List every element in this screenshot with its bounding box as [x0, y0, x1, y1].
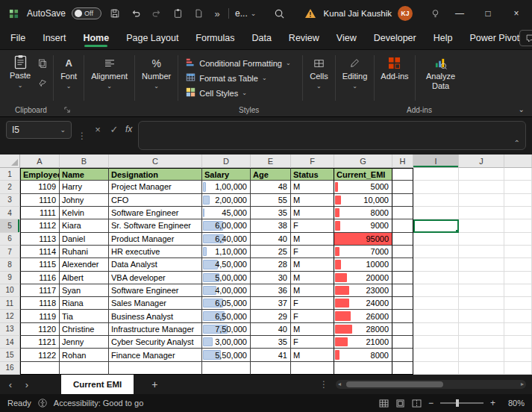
menu-power-pivot[interactable]: Power Pivot [469, 30, 519, 46]
cell-x11[interactable] [504, 297, 532, 310]
column-header-E[interactable]: E [251, 154, 291, 168]
undo-icon[interactable] [128, 6, 143, 21]
cell-F11[interactable]: F [291, 297, 334, 310]
cell-C7[interactable]: HR executive [109, 246, 202, 258]
cell-A3[interactable]: 1110 [20, 194, 60, 207]
expand-formula-bar-icon[interactable]: ⌃ [514, 139, 520, 147]
cell-E15[interactable]: 41 [251, 349, 291, 361]
cell-x9[interactable] [504, 272, 532, 284]
page-layout-view-icon[interactable] [395, 399, 405, 408]
cell-B16[interactable] [60, 362, 109, 375]
cell-x15[interactable] [504, 349, 532, 361]
cell-B3[interactable]: Johny [60, 194, 109, 207]
format-as-table-button[interactable]: Format as Table ⌄ [186, 71, 295, 85]
row-header-12[interactable]: 12 [0, 310, 20, 322]
select-all-corner[interactable] [0, 154, 20, 168]
cell-F12[interactable]: F [291, 310, 334, 322]
row-header-15[interactable]: 15 [0, 349, 20, 361]
cell-E16[interactable] [251, 362, 291, 375]
row-header-13[interactable]: 13 [0, 323, 20, 336]
cell-B14[interactable]: Jenny [60, 336, 109, 349]
menu-home[interactable]: Home [83, 30, 109, 46]
cell-I6[interactable] [413, 233, 459, 246]
accessibility-status[interactable]: Accessibility: Good to go [54, 399, 143, 408]
scroll-left-icon[interactable]: ◂ [338, 381, 341, 387]
cell-x3[interactable] [504, 194, 532, 207]
cell-D2[interactable]: 1,00,000 [202, 181, 251, 193]
cell-D8[interactable]: 4,50,000 [202, 258, 251, 271]
menu-formulas[interactable]: Formulas [195, 30, 234, 46]
font-group-button[interactable]: A Font ⌄ [57, 53, 81, 103]
cell-x14[interactable] [504, 336, 532, 349]
cell-E2[interactable]: 48 [251, 181, 291, 193]
cell-G13[interactable]: 28000 [334, 323, 392, 336]
warning-icon[interactable] [303, 6, 318, 21]
cell-A8[interactable]: 1115 [20, 258, 60, 271]
cell-F8[interactable]: M [291, 258, 334, 271]
cell-C16[interactable] [109, 362, 202, 375]
cell-C1[interactable]: Designation [109, 168, 202, 181]
cell-E3[interactable]: 55 [251, 194, 291, 207]
cell-D16[interactable] [202, 362, 251, 375]
zoom-in-button[interactable]: + [490, 398, 495, 408]
cell-H10[interactable] [392, 284, 413, 297]
column-header-C[interactable]: C [109, 154, 202, 168]
add-sheet-button[interactable]: + [151, 378, 157, 390]
cell-E1[interactable]: Age [251, 168, 291, 181]
column-header-I[interactable]: I [413, 154, 459, 168]
cell-J4[interactable] [459, 207, 504, 219]
cell-B4[interactable]: Kelvin [60, 207, 109, 219]
insert-function-button[interactable]: fx [125, 124, 132, 134]
format-painter-button[interactable] [38, 78, 48, 89]
sheet-nav-left-icon[interactable]: ‹ [6, 379, 15, 390]
cell-H13[interactable] [392, 323, 413, 336]
search-icon[interactable] [272, 6, 287, 21]
menu-file[interactable]: File [10, 30, 25, 46]
cell-D10[interactable]: 4,00,000 [202, 284, 251, 297]
avatar[interactable]: KJ [398, 6, 413, 21]
clipboard-dialog-launcher-icon[interactable] [64, 107, 71, 115]
cell-I3[interactable] [413, 194, 459, 207]
cell-A1[interactable]: Employee [20, 168, 60, 181]
cell-E12[interactable]: 29 [251, 310, 291, 322]
cell-E11[interactable]: 37 [251, 297, 291, 310]
cell-A4[interactable]: 1111 [20, 207, 60, 219]
cell-D4[interactable]: 45,000 [202, 207, 251, 219]
cell-H6[interactable] [392, 233, 413, 246]
cell-J9[interactable] [459, 272, 504, 284]
save-icon[interactable] [107, 6, 122, 21]
cell-E4[interactable]: 35 [251, 207, 291, 219]
cell-D15[interactable]: 5,50,000 [202, 349, 251, 361]
cell-G3[interactable]: 10,000 [334, 194, 392, 207]
cell-E14[interactable]: 35 [251, 336, 291, 349]
cell-B5[interactable]: Kiara [60, 219, 109, 232]
cell-G1[interactable]: Current_EMI [334, 168, 392, 181]
cell-H4[interactable] [392, 207, 413, 219]
cell-H7[interactable] [392, 246, 413, 258]
cell-I14[interactable] [413, 336, 459, 349]
page-break-view-icon[interactable] [412, 399, 422, 408]
cell-H14[interactable] [392, 336, 413, 349]
cell-I4[interactable] [413, 207, 459, 219]
cell-C15[interactable]: Finance Manager [109, 349, 202, 361]
maximize-button[interactable]: □ [477, 4, 499, 23]
cell-J11[interactable] [459, 297, 504, 310]
cell-x12[interactable] [504, 310, 532, 322]
cell-F4[interactable]: M [291, 207, 334, 219]
cell-H1[interactable] [392, 168, 413, 181]
cell-D7[interactable]: 1,10,000 [202, 246, 251, 258]
cell-A13[interactable]: 1120 [20, 323, 60, 336]
cell-H11[interactable] [392, 297, 413, 310]
cell-C5[interactable]: Sr. Software Engineer [109, 219, 202, 232]
cell-I9[interactable] [413, 272, 459, 284]
cell-G5[interactable]: 9000 [334, 219, 392, 232]
clipboard-icon[interactable] [170, 6, 185, 21]
cell-C9[interactable]: VBA developer [109, 272, 202, 284]
column-header-H[interactable]: H [392, 154, 413, 168]
cell-F10[interactable]: M [291, 284, 334, 297]
cell-A15[interactable]: 1122 [20, 349, 60, 361]
more-commands-icon[interactable]: » [212, 6, 222, 21]
cell-E8[interactable]: 28 [251, 258, 291, 271]
cell-C11[interactable]: Sales Manager [109, 297, 202, 310]
number-group-button[interactable]: % Number ⌄ [138, 53, 175, 103]
